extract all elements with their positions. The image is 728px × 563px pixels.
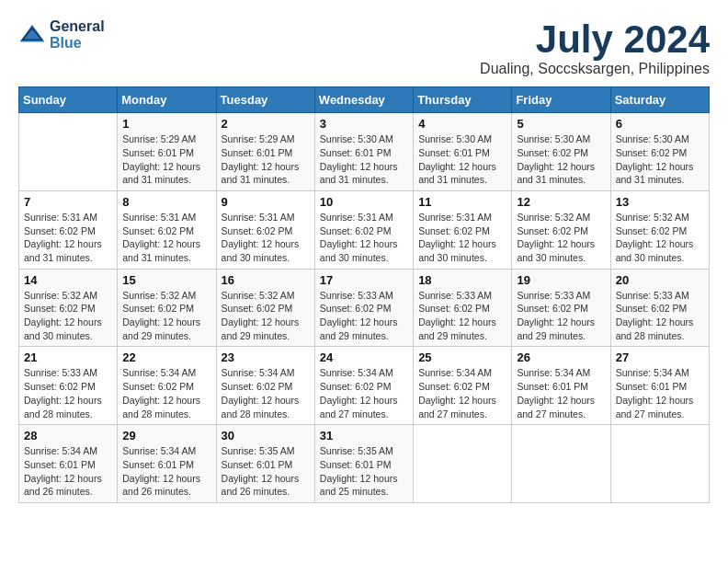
calendar-cell: 29Sunrise: 5:34 AM Sunset: 6:01 PM Dayli… bbox=[118, 425, 216, 503]
header-wednesday: Wednesday bbox=[314, 87, 413, 113]
week-row: 28Sunrise: 5:34 AM Sunset: 6:01 PM Dayli… bbox=[19, 425, 710, 503]
logo-text-blue: Blue bbox=[50, 35, 105, 52]
day-number: 16 bbox=[222, 273, 310, 287]
day-number: 7 bbox=[24, 195, 112, 209]
calendar-cell: 21Sunrise: 5:33 AM Sunset: 6:02 PM Dayli… bbox=[19, 347, 118, 425]
day-number: 28 bbox=[24, 429, 112, 442]
calendar-cell: 23Sunrise: 5:34 AM Sunset: 6:02 PM Dayli… bbox=[216, 347, 314, 425]
calendar-cell bbox=[414, 425, 512, 503]
day-info: Sunrise: 5:32 AM Sunset: 6:02 PM Dayligh… bbox=[616, 211, 704, 265]
header-sunday: Sunday bbox=[19, 87, 118, 113]
day-info: Sunrise: 5:34 AM Sunset: 6:02 PM Dayligh… bbox=[122, 366, 210, 420]
day-number: 6 bbox=[616, 117, 704, 131]
day-info: Sunrise: 5:32 AM Sunset: 6:02 PM Dayligh… bbox=[222, 289, 310, 343]
logo: General Blue bbox=[18, 18, 105, 52]
day-number: 3 bbox=[320, 117, 408, 131]
logo-text-general: General bbox=[50, 18, 105, 35]
day-number: 19 bbox=[517, 273, 605, 287]
calendar-cell: 30Sunrise: 5:35 AM Sunset: 6:01 PM Dayli… bbox=[216, 425, 314, 503]
day-number: 24 bbox=[320, 350, 408, 364]
day-number: 5 bbox=[517, 117, 605, 131]
day-info: Sunrise: 5:30 AM Sunset: 6:02 PM Dayligh… bbox=[517, 132, 605, 187]
day-info: Sunrise: 5:33 AM Sunset: 6:02 PM Dayligh… bbox=[517, 289, 605, 343]
day-info: Sunrise: 5:33 AM Sunset: 6:02 PM Dayligh… bbox=[616, 289, 704, 343]
calendar-cell: 17Sunrise: 5:33 AM Sunset: 6:02 PM Dayli… bbox=[314, 269, 413, 347]
calendar-cell: 1Sunrise: 5:29 AM Sunset: 6:01 PM Daylig… bbox=[118, 113, 216, 191]
day-info: Sunrise: 5:32 AM Sunset: 6:02 PM Dayligh… bbox=[517, 211, 605, 265]
day-info: Sunrise: 5:34 AM Sunset: 6:01 PM Dayligh… bbox=[122, 444, 210, 499]
calendar-cell: 15Sunrise: 5:32 AM Sunset: 6:02 PM Dayli… bbox=[118, 269, 216, 347]
calendar-cell: 6Sunrise: 5:30 AM Sunset: 6:02 PM Daylig… bbox=[610, 113, 709, 191]
day-info: Sunrise: 5:31 AM Sunset: 6:02 PM Dayligh… bbox=[122, 211, 210, 265]
calendar-cell: 13Sunrise: 5:32 AM Sunset: 6:02 PM Dayli… bbox=[610, 190, 709, 269]
calendar-cell: 27Sunrise: 5:34 AM Sunset: 6:01 PM Dayli… bbox=[610, 347, 709, 425]
day-info: Sunrise: 5:34 AM Sunset: 6:02 PM Dayligh… bbox=[418, 366, 506, 420]
calendar-cell: 31Sunrise: 5:35 AM Sunset: 6:01 PM Dayli… bbox=[314, 425, 413, 503]
day-number: 12 bbox=[517, 195, 605, 209]
week-row: 1Sunrise: 5:29 AM Sunset: 6:01 PM Daylig… bbox=[19, 113, 710, 191]
header-friday: Friday bbox=[512, 87, 610, 113]
week-row: 21Sunrise: 5:33 AM Sunset: 6:02 PM Dayli… bbox=[19, 347, 710, 425]
calendar-cell: 9Sunrise: 5:31 AM Sunset: 6:02 PM Daylig… bbox=[216, 190, 314, 269]
day-info: Sunrise: 5:30 AM Sunset: 6:01 PM Dayligh… bbox=[320, 132, 408, 187]
day-number: 21 bbox=[24, 350, 112, 364]
calendar-cell: 11Sunrise: 5:31 AM Sunset: 6:02 PM Dayli… bbox=[414, 190, 512, 269]
calendar-cell: 28Sunrise: 5:34 AM Sunset: 6:01 PM Dayli… bbox=[19, 425, 118, 503]
day-info: Sunrise: 5:34 AM Sunset: 6:01 PM Dayligh… bbox=[24, 444, 112, 499]
header-thursday: Thursday bbox=[414, 87, 512, 113]
day-number: 8 bbox=[122, 195, 210, 209]
calendar-cell: 3Sunrise: 5:30 AM Sunset: 6:01 PM Daylig… bbox=[314, 113, 413, 191]
month-title: July 2024 bbox=[480, 18, 710, 61]
day-number: 10 bbox=[320, 195, 408, 209]
day-number: 27 bbox=[616, 350, 704, 364]
day-number: 29 bbox=[122, 429, 210, 442]
page-header: General Blue July 2024 Dualing, Soccsksa… bbox=[18, 18, 710, 77]
day-info: Sunrise: 5:30 AM Sunset: 6:02 PM Dayligh… bbox=[616, 132, 704, 187]
calendar-table: SundayMondayTuesdayWednesdayThursdayFrid… bbox=[18, 86, 710, 503]
calendar-cell bbox=[19, 113, 118, 191]
day-info: Sunrise: 5:31 AM Sunset: 6:02 PM Dayligh… bbox=[222, 211, 310, 265]
calendar-cell: 7Sunrise: 5:31 AM Sunset: 6:02 PM Daylig… bbox=[19, 190, 118, 269]
day-number: 26 bbox=[517, 350, 605, 364]
day-info: Sunrise: 5:31 AM Sunset: 6:02 PM Dayligh… bbox=[24, 211, 112, 265]
calendar-cell: 2Sunrise: 5:29 AM Sunset: 6:01 PM Daylig… bbox=[216, 113, 314, 191]
location: Dualing, Soccsksargen, Philippines bbox=[480, 61, 710, 77]
calendar-cell: 22Sunrise: 5:34 AM Sunset: 6:02 PM Dayli… bbox=[118, 347, 216, 425]
day-number: 20 bbox=[616, 273, 704, 287]
day-number: 23 bbox=[222, 350, 310, 364]
calendar-cell: 12Sunrise: 5:32 AM Sunset: 6:02 PM Dayli… bbox=[512, 190, 610, 269]
day-number: 11 bbox=[418, 195, 506, 209]
day-info: Sunrise: 5:29 AM Sunset: 6:01 PM Dayligh… bbox=[222, 132, 310, 187]
day-number: 31 bbox=[320, 429, 408, 442]
calendar-cell: 19Sunrise: 5:33 AM Sunset: 6:02 PM Dayli… bbox=[512, 269, 610, 347]
header-tuesday: Tuesday bbox=[216, 87, 314, 113]
header-row: SundayMondayTuesdayWednesdayThursdayFrid… bbox=[19, 87, 710, 113]
calendar-cell: 26Sunrise: 5:34 AM Sunset: 6:01 PM Dayli… bbox=[512, 347, 610, 425]
day-info: Sunrise: 5:33 AM Sunset: 6:02 PM Dayligh… bbox=[418, 289, 506, 343]
day-info: Sunrise: 5:35 AM Sunset: 6:01 PM Dayligh… bbox=[320, 444, 408, 499]
header-monday: Monday bbox=[118, 87, 216, 113]
day-info: Sunrise: 5:31 AM Sunset: 6:02 PM Dayligh… bbox=[418, 211, 506, 265]
calendar-cell: 25Sunrise: 5:34 AM Sunset: 6:02 PM Dayli… bbox=[414, 347, 512, 425]
day-number: 22 bbox=[122, 350, 210, 364]
day-info: Sunrise: 5:33 AM Sunset: 6:02 PM Dayligh… bbox=[320, 289, 408, 343]
day-info: Sunrise: 5:32 AM Sunset: 6:02 PM Dayligh… bbox=[24, 289, 112, 343]
day-number: 15 bbox=[122, 273, 210, 287]
calendar-cell: 18Sunrise: 5:33 AM Sunset: 6:02 PM Dayli… bbox=[414, 269, 512, 347]
day-info: Sunrise: 5:31 AM Sunset: 6:02 PM Dayligh… bbox=[320, 211, 408, 265]
day-number: 18 bbox=[418, 273, 506, 287]
day-info: Sunrise: 5:34 AM Sunset: 6:02 PM Dayligh… bbox=[222, 366, 310, 420]
calendar-cell: 16Sunrise: 5:32 AM Sunset: 6:02 PM Dayli… bbox=[216, 269, 314, 347]
day-number: 25 bbox=[418, 350, 506, 364]
calendar-cell: 14Sunrise: 5:32 AM Sunset: 6:02 PM Dayli… bbox=[19, 269, 118, 347]
header-saturday: Saturday bbox=[610, 87, 709, 113]
day-number: 14 bbox=[24, 273, 112, 287]
calendar-cell: 24Sunrise: 5:34 AM Sunset: 6:02 PM Dayli… bbox=[314, 347, 413, 425]
calendar-cell: 5Sunrise: 5:30 AM Sunset: 6:02 PM Daylig… bbox=[512, 113, 610, 191]
calendar-cell: 4Sunrise: 5:30 AM Sunset: 6:01 PM Daylig… bbox=[414, 113, 512, 191]
week-row: 7Sunrise: 5:31 AM Sunset: 6:02 PM Daylig… bbox=[19, 190, 710, 269]
calendar-cell bbox=[610, 425, 709, 503]
logo-icon bbox=[18, 21, 46, 49]
day-info: Sunrise: 5:35 AM Sunset: 6:01 PM Dayligh… bbox=[222, 444, 310, 499]
calendar-cell bbox=[512, 425, 610, 503]
